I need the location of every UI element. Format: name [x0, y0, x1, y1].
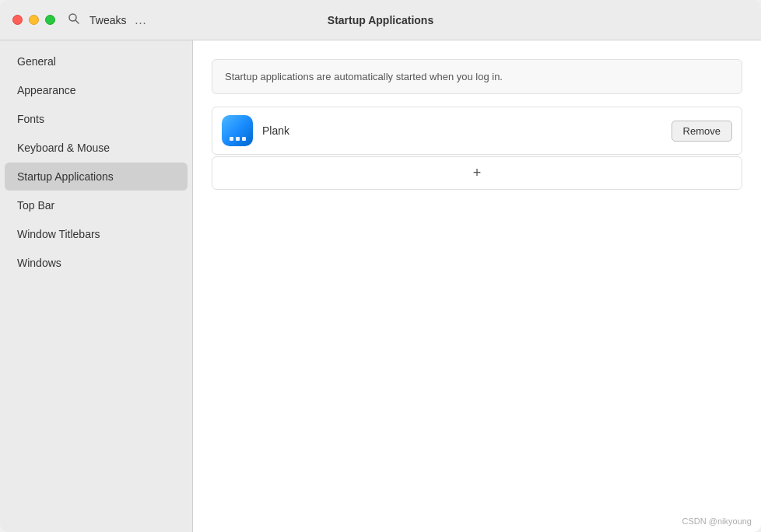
titlebar: Tweaks … Startup Applications [0, 0, 761, 40]
maximize-button[interactable] [45, 15, 55, 25]
dock-dot-3 [242, 137, 246, 141]
sidebar-item-appearance[interactable]: Appearance [5, 76, 188, 104]
app-name: Plank [262, 124, 672, 137]
search-icon[interactable] [68, 12, 80, 28]
sidebar-item-top-bar[interactable]: Top Bar [5, 191, 188, 219]
content-area: General Appearance Fonts Keyboard & Mous… [0, 40, 761, 532]
dock-dot-2 [236, 137, 240, 141]
sidebar-item-windows[interactable]: Windows [5, 249, 188, 277]
add-application-button[interactable]: + [212, 156, 742, 190]
sidebar-item-startup-applications[interactable]: Startup Applications [5, 163, 188, 191]
plank-icon [222, 115, 253, 146]
app-name-label: Tweaks [89, 14, 126, 26]
dock-dots [230, 137, 246, 141]
close-button[interactable] [12, 15, 23, 25]
info-text: Startup applications are automatically s… [225, 71, 503, 82]
watermark: CSDN @nikyoung [682, 516, 752, 526]
add-icon: + [473, 165, 482, 181]
sidebar: General Appearance Fonts Keyboard & Mous… [0, 40, 193, 532]
remove-button[interactable]: Remove [672, 121, 732, 142]
minimize-button[interactable] [29, 15, 39, 25]
sidebar-item-general[interactable]: General [5, 47, 188, 75]
traffic-lights [12, 15, 55, 25]
app-list-item: Plank Remove [212, 107, 742, 155]
page-title: Startup Applications [328, 14, 433, 26]
sidebar-item-fonts[interactable]: Fonts [5, 105, 188, 133]
dock-dot-1 [230, 137, 233, 141]
more-icon[interactable]: … [134, 13, 146, 27]
sidebar-item-keyboard-mouse[interactable]: Keyboard & Mouse [5, 134, 188, 162]
app-window: Tweaks … Startup Applications General Ap… [0, 0, 761, 532]
info-box: Startup applications are automatically s… [212, 59, 742, 94]
sidebar-item-window-titlebars[interactable]: Window Titlebars [5, 220, 188, 248]
main-content: Startup applications are automatically s… [193, 40, 761, 532]
svg-line-1 [75, 20, 79, 23]
